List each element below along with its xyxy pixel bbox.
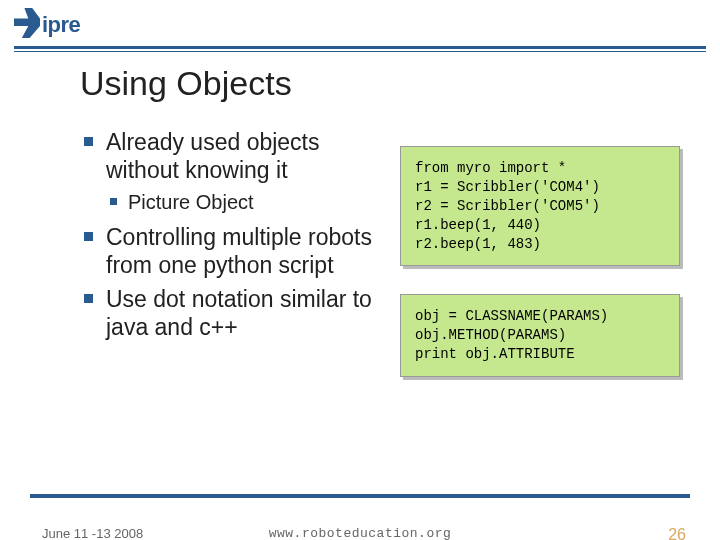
logo-icon xyxy=(14,8,40,38)
content-area: Already used objects without knowing it … xyxy=(84,128,680,405)
code-example-1: from myro import * r1 = Scribbler('COM4'… xyxy=(400,146,680,266)
code-example-2: obj = CLASSNAME(PARAMS) obj.METHOD(PARAM… xyxy=(400,294,680,377)
logo: ipre xyxy=(14,8,80,38)
bullet-subitem: Picture Object xyxy=(84,190,376,215)
bullet-column: Already used objects without knowing it … xyxy=(84,128,376,405)
divider-top xyxy=(14,46,706,49)
footer-url: www.roboteducation.org xyxy=(0,526,720,540)
page-number: 26 xyxy=(668,526,686,540)
divider-bottom xyxy=(30,494,690,498)
slide-title: Using Objects xyxy=(80,64,292,103)
logo-text: ipre xyxy=(42,12,80,38)
code-column: from myro import * r1 = Scribbler('COM4'… xyxy=(400,128,680,405)
bullet-item: Use dot notation similar to java and c++ xyxy=(84,285,376,341)
bullet-item: Already used objects without knowing it xyxy=(84,128,376,184)
bullet-item: Controlling multiple robots from one pyt… xyxy=(84,223,376,279)
